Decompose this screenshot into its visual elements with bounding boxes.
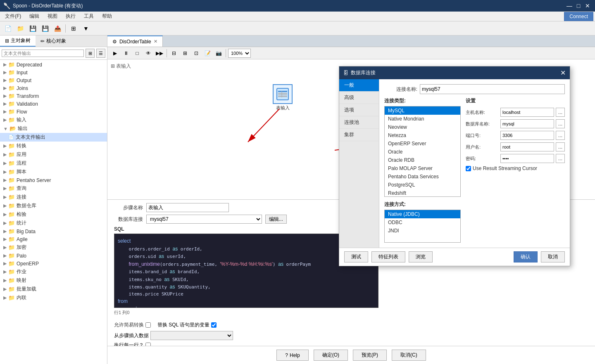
menu-execute[interactable]: 执行 (62, 12, 79, 21)
icon-search-btn[interactable]: ⊞ (86, 49, 95, 58)
conn-method-odbc[interactable]: ODBC (385, 218, 460, 227)
minimize-button[interactable]: — (565, 2, 574, 10)
tree-item-flow[interactable]: ▶ 📁 Flow (0, 108, 107, 116)
conn-type-list[interactable]: MySQL Native Mondrian Neoview Netezza Op… (384, 106, 461, 197)
explore-button[interactable]: 浏览 (409, 251, 433, 262)
menu-help[interactable]: 帮助 (99, 12, 115, 21)
search-input[interactable] (2, 50, 84, 57)
tree-item-warehouse[interactable]: ▶ 📁 数据仓库 (0, 201, 107, 210)
tree-item-agile[interactable]: ▶ 📁 Agile (0, 235, 107, 243)
list-view-btn[interactable]: ☰ (96, 49, 105, 58)
editor-tab-disordertable[interactable]: ⚙ DisOrderTable ✕ (107, 35, 163, 47)
tab-main-objects[interactable]: ⊞ 主对象树 (0, 35, 36, 47)
save-all-button[interactable]: 💾 (40, 23, 50, 34)
tree-item-inline[interactable]: ▶ 📁 内联 (0, 293, 107, 302)
nav-item-advanced[interactable]: 高级 (339, 92, 379, 104)
canvas-node[interactable]: 表输入 (273, 84, 293, 111)
tab-core-objects[interactable]: ✏ 核心对象 (36, 35, 71, 47)
menu-file[interactable]: 文件(F) (2, 12, 24, 21)
conn-type-redshift[interactable]: Redshift (385, 189, 460, 197)
conn-type-mysql[interactable]: MySQL (385, 106, 460, 115)
tree-item-query[interactable]: ▶ 📁 查询 (0, 184, 107, 193)
new-button[interactable]: 📄 (2, 23, 13, 34)
connect-button[interactable]: Connect (564, 12, 593, 21)
close-button[interactable]: ✕ (583, 2, 592, 10)
nav-item-general[interactable]: 一般 (339, 79, 379, 92)
maximize-button[interactable]: □ (574, 2, 583, 10)
conn-type-palo[interactable]: Palo MOLAP Server (385, 164, 460, 173)
insert-from-step-select[interactable] (150, 331, 233, 340)
dialog-close-button[interactable]: ✕ (560, 69, 566, 77)
db-conn-select[interactable]: mysql57 (146, 215, 262, 224)
host-browse-button[interactable]: … (556, 108, 565, 117)
zoom-select[interactable]: 100% 50% 75% 125% 150% (228, 49, 251, 58)
align-button[interactable]: ⊟ (169, 48, 179, 58)
port-browse-button[interactable]: … (556, 131, 565, 140)
nav-item-options[interactable]: 选项 (339, 104, 379, 116)
menu-edit[interactable]: 编辑 (26, 12, 43, 21)
tree-item-app[interactable]: ▶ 📁 应用 (0, 150, 107, 159)
tree-item-joins[interactable]: ▶ 📁 Joins (0, 84, 107, 92)
tree-item-openerp[interactable]: ▶ 📁 OpenERP (0, 260, 107, 267)
tree-item-bulk[interactable]: ▶ 📁 批量加载 (0, 285, 107, 293)
replace-sql-checkbox[interactable] (211, 322, 217, 328)
tree-item-input[interactable]: ▶ 📁 Input (0, 69, 107, 76)
tree-item-script[interactable]: ▶ 📁 脚本 (0, 168, 107, 176)
user-input[interactable] (500, 142, 554, 151)
execute-each-row-checkbox[interactable] (145, 343, 151, 346)
tree-item-text-output[interactable]: 📄 文本文件输出 (0, 133, 107, 142)
tree-item-chinese-input[interactable]: ▶ 📁 输入 (0, 116, 107, 124)
dropdown-button[interactable]: ▼ (81, 23, 91, 34)
tree-item-encrypt[interactable]: ▶ 📁 加密 (0, 243, 107, 252)
test-button[interactable]: 测试 (344, 251, 368, 262)
dialog-confirm-button[interactable]: 确认 (514, 251, 538, 262)
step-run-button[interactable]: ▶▶ (155, 48, 164, 58)
export-button[interactable]: 📤 (52, 23, 63, 34)
menu-view[interactable]: 视图 (44, 12, 61, 21)
conn-type-pentaho-ds[interactable]: Pentaho Data Services (385, 173, 460, 181)
conn-type-neoview[interactable]: Neoview (385, 123, 460, 131)
conn-method-jndi[interactable]: JNDI (385, 227, 460, 235)
edit-connection-button[interactable]: 编辑... (265, 215, 287, 224)
preview-button[interactable]: 👁 (143, 48, 153, 58)
host-input[interactable] (500, 108, 554, 117)
grid-button[interactable]: ⊡ (191, 48, 201, 58)
save-button[interactable]: 💾 (27, 23, 38, 34)
tree-item-validation[interactable]: ▶ 📁 Validation (0, 100, 107, 108)
tree-item-output[interactable]: ▶ 📁 Output (0, 76, 107, 84)
tree-item-bigdata[interactable]: ▶ 📁 Big Data (0, 227, 107, 235)
conn-type-oracle[interactable]: Oracle (385, 148, 460, 156)
cancel-button[interactable]: 取消(C) (392, 350, 426, 361)
streaming-checkbox[interactable] (466, 166, 471, 171)
tab-close-icon[interactable]: ✕ (154, 39, 157, 44)
layers-button[interactable]: ⊞ (68, 23, 79, 34)
tree-item-convert[interactable]: ▶ 📁 转换 (0, 142, 107, 150)
tree-item-job[interactable]: ▶ 📁 作业 (0, 267, 107, 276)
user-browse-button[interactable]: … (556, 142, 565, 151)
menu-tools[interactable]: 工具 (81, 12, 97, 21)
step-name-input[interactable] (146, 203, 229, 212)
nav-item-pool[interactable]: 连接池 (339, 116, 379, 129)
tree-item-stats[interactable]: ▶ 📁 统计 (0, 219, 107, 227)
tree-item-pentaho[interactable]: ▶ 📁 Pentaho Server (0, 176, 107, 184)
conn-type-oracle-rdb[interactable]: Oracle RDB (385, 156, 460, 164)
tree-item-process[interactable]: ▶ 📁 流程 (0, 159, 107, 168)
run-button[interactable]: ▶ (110, 48, 120, 58)
snapshot-button[interactable]: 📷 (214, 48, 224, 58)
password-browse-button[interactable]: … (556, 154, 565, 163)
preview-step-button[interactable]: 预览(P) (353, 350, 387, 361)
db-browse-button[interactable]: … (556, 119, 565, 128)
stop-button[interactable]: □ (132, 48, 142, 58)
note-button[interactable]: 📝 (202, 48, 212, 58)
dialog-cancel-button[interactable]: 取消 (541, 251, 565, 262)
tree-item-deprecated[interactable]: ▶ 📁 Deprecated (0, 61, 107, 69)
conn-type-postgresql[interactable]: PostgreSQL (385, 181, 460, 189)
conn-name-input[interactable] (420, 84, 565, 94)
layout-button[interactable]: ⊞ (180, 48, 190, 58)
tree-item-connection[interactable]: ▶ 📁 连接 (0, 193, 107, 201)
db-name-input[interactable] (500, 119, 554, 128)
tree-item-chinese-output[interactable]: ▼ 📂 输出 (0, 124, 107, 133)
open-button[interactable]: 📁 (15, 23, 26, 34)
conn-type-openerp[interactable]: OpenERP Server (385, 139, 460, 148)
tree-item-palo[interactable]: ▶ 📁 Palo (0, 252, 107, 260)
